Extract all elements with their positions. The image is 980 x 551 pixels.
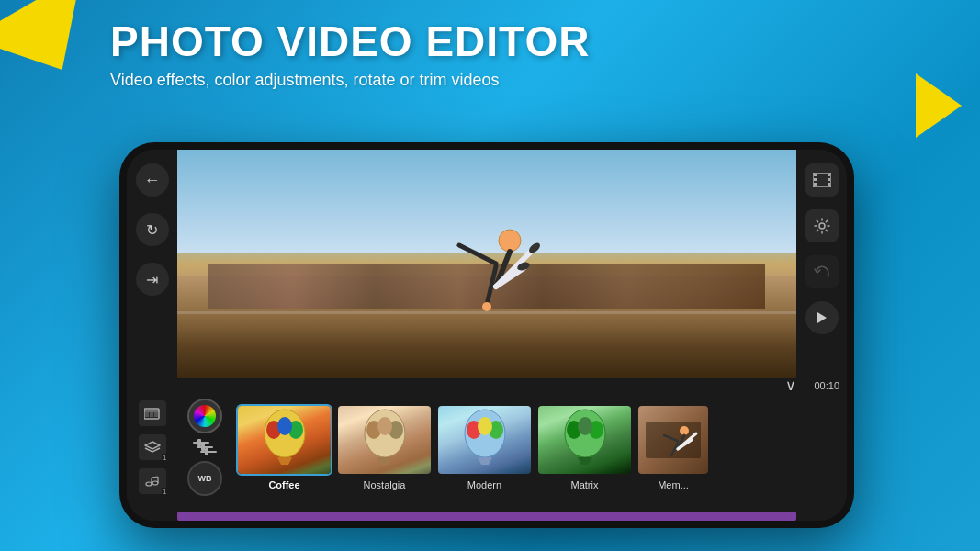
adj-line-3 — [200, 451, 217, 453]
export-button[interactable]: ⇥ — [136, 263, 169, 296]
audio-button[interactable]: 1 — [139, 468, 166, 494]
timestamp: 00:10 — [814, 380, 839, 391]
right-toolbar — [796, 150, 847, 378]
filter-thumb-matrix — [536, 404, 633, 476]
filter-memories[interactable]: Mem... — [636, 404, 710, 490]
filter-label-memories: Mem... — [658, 479, 689, 490]
layers-button[interactable]: 1 — [139, 434, 166, 460]
svg-point-4 — [482, 302, 491, 311]
svg-rect-12 — [814, 183, 817, 186]
filter-coffee[interactable]: Coffee — [236, 404, 332, 490]
svg-rect-21 — [154, 412, 158, 417]
back-button[interactable]: ← — [136, 163, 169, 197]
rotate-icon: ↻ — [146, 221, 158, 239]
film-icon — [813, 173, 831, 187]
svg-line-26 — [152, 477, 158, 478]
svg-point-30 — [277, 417, 292, 435]
video-area: ← ↻ ⇥ — [127, 150, 847, 378]
gear-icon — [814, 218, 830, 234]
svg-marker-17 — [817, 312, 827, 323]
rotate-button[interactable]: ↻ — [136, 213, 169, 246]
layer-label-1: 1 — [162, 454, 167, 462]
filter-label-matrix: Matrix — [571, 479, 599, 490]
filter-modern[interactable]: Modern — [436, 404, 533, 490]
filter-thumb-coffee — [236, 404, 332, 476]
dancer-figure — [177, 173, 796, 378]
filter-thumb-modern — [436, 404, 533, 476]
bottom-panel: ∨ 00:10 — [127, 378, 847, 521]
filter-label-modern: Modern — [467, 479, 501, 490]
svg-point-45 — [578, 417, 592, 435]
decoration-triangle-top-right — [916, 73, 962, 138]
svg-rect-14 — [828, 178, 830, 181]
undo-icon — [814, 264, 830, 279]
header: PHOTO VIDEO EDITOR Video effects, color … — [110, 18, 590, 90]
svg-point-40 — [478, 417, 492, 435]
svg-point-48 — [680, 426, 689, 435]
wheel-area: WB — [177, 392, 232, 502]
thumb-memories-bg — [638, 406, 708, 474]
filter-strip: 1 1 — [127, 392, 847, 502]
balloon-modern — [438, 406, 531, 474]
balloon-coffee — [238, 406, 331, 474]
filter-thumbnails: Coffee — [232, 392, 847, 502]
undo-button[interactable] — [805, 255, 839, 288]
svg-rect-15 — [828, 183, 830, 186]
back-icon: ← — [144, 171, 161, 190]
svg-point-0 — [499, 230, 521, 252]
wb-button[interactable]: WB — [187, 461, 222, 496]
railing — [177, 311, 796, 314]
svg-point-24 — [152, 481, 158, 485]
layers-icon — [144, 441, 161, 454]
svg-line-2 — [459, 245, 496, 264]
adjust-sliders-button[interactable] — [189, 438, 220, 456]
audio-icon — [145, 475, 160, 488]
filter-thumb-memories — [636, 404, 710, 476]
phone-body: ← ↻ ⇥ — [119, 142, 854, 528]
play-icon — [817, 311, 828, 324]
color-dot — [194, 405, 216, 427]
svg-point-16 — [819, 223, 825, 229]
filter-nostalgia[interactable]: Nostalgia — [336, 404, 433, 490]
svg-rect-11 — [814, 178, 817, 181]
svg-point-22 — [146, 482, 152, 486]
media-icon — [144, 407, 161, 420]
video-frame — [177, 150, 796, 378]
film-button[interactable] — [805, 163, 839, 197]
page-subtitle: Video effects, color adjustments, rotate… — [110, 71, 590, 90]
media-button[interactable] — [139, 400, 166, 426]
export-icon: ⇥ — [146, 271, 158, 288]
filter-label-nostalgia: Nostalgia — [364, 479, 406, 490]
filter-thumb-nostalgia — [336, 404, 433, 476]
filter-label-coffee: Coffee — [268, 479, 299, 490]
phone-mockup: ← ↻ ⇥ — [119, 142, 854, 528]
svg-rect-20 — [150, 412, 153, 417]
svg-rect-19 — [145, 412, 149, 417]
balloon-nostalgia — [338, 406, 431, 474]
balloon-matrix — [538, 406, 631, 474]
timeline-bar — [177, 512, 796, 521]
settings-button[interactable] — [805, 209, 839, 242]
layer-label-2: 1 — [162, 488, 167, 496]
wb-label: WB — [198, 474, 212, 483]
left-toolbar: ← ↻ ⇥ — [127, 150, 177, 378]
svg-rect-10 — [814, 174, 817, 176]
bottom-left-controls: 1 1 — [127, 392, 177, 502]
phone-screen: ← ↻ ⇥ — [127, 150, 847, 521]
color-wheel-button[interactable] — [187, 399, 222, 433]
svg-point-35 — [377, 417, 392, 435]
dancer-svg — [432, 213, 542, 360]
page-title: PHOTO VIDEO EDITOR — [110, 18, 590, 65]
filter-matrix[interactable]: Matrix — [536, 404, 633, 490]
svg-rect-13 — [828, 174, 830, 176]
play-button[interactable] — [805, 301, 839, 334]
